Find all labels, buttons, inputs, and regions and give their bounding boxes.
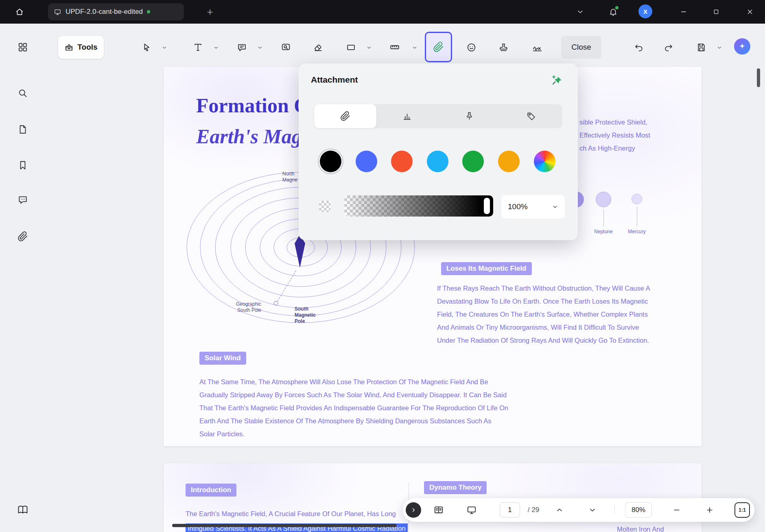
opacity-slider[interactable] — [344, 195, 493, 217]
sidebar-attachments-button[interactable] — [13, 227, 33, 246]
color-swatch-custom-rainbow[interactable] — [534, 151, 555, 172]
save-button[interactable] — [692, 38, 710, 57]
zoom-in-button[interactable] — [700, 498, 719, 522]
sidebar-apps-button[interactable] — [13, 37, 33, 57]
sidebar-pages-button[interactable] — [13, 120, 33, 139]
close-tools-button[interactable]: Close — [561, 36, 601, 59]
doc-title-line1: Formation O — [196, 94, 310, 117]
redo-button[interactable] — [659, 38, 678, 57]
select-tool-button[interactable] — [137, 38, 156, 57]
page-number-input[interactable] — [500, 502, 520, 518]
opacity-select[interactable]: 100% — [501, 195, 565, 219]
save-options-chevron[interactable] — [717, 45, 722, 50]
chevron-down-icon — [552, 204, 558, 210]
heading-badge-dynamo-theory: Dynamo Theory — [424, 481, 487, 494]
previous-page-button[interactable] — [550, 498, 569, 522]
horizontal-scrollbar[interactable] — [172, 524, 397, 527]
tab-attachment-pin[interactable] — [438, 104, 501, 128]
label-geographic-south-pole: Geographic South Pole — [221, 301, 261, 313]
text-tool-chevron[interactable] — [213, 45, 219, 50]
heading-badge-introduction: Introduction — [186, 484, 236, 497]
sidebar-comments-button[interactable] — [13, 190, 33, 210]
paragraph-loses-field: If These Rays Reach The Earth Without Ob… — [437, 282, 659, 347]
new-tab-button[interactable]: + — [201, 4, 219, 20]
presentation-mode-button[interactable] — [462, 498, 481, 522]
monitor-icon — [54, 8, 61, 16]
actual-size-label: 1:1 — [739, 507, 746, 513]
color-swatch-yellow[interactable] — [498, 151, 520, 172]
attachment-type-tabs — [314, 104, 562, 128]
tools-label: Tools — [77, 43, 97, 52]
sticker-tool-button[interactable] — [462, 38, 481, 57]
heading-badge-solar-wind: Solar Wind — [199, 352, 246, 365]
select-tool-chevron[interactable] — [162, 45, 167, 50]
collapse-toolbar-button[interactable] — [571, 4, 589, 20]
notification-dot — [615, 6, 619, 9]
heading-badge-loses-field: Loses Its Magnetic Field — [441, 262, 532, 275]
comment-tool-chevron[interactable] — [257, 45, 263, 50]
opacity-slider-handle[interactable] — [484, 198, 490, 214]
undo-button[interactable] — [629, 38, 648, 57]
doc-text-fragment: ch As High-Energy — [579, 144, 635, 152]
doc-text-fragment: Effectively Resists Most — [579, 131, 650, 139]
search-annotation-tool-button[interactable] — [276, 38, 295, 57]
home-button[interactable] — [11, 4, 28, 20]
planet-stem — [637, 207, 637, 226]
text-tool-button[interactable] — [188, 38, 207, 57]
next-page-button[interactable] — [583, 498, 602, 522]
paragraph-introduction: The Earth's Magnetic Field, A Crucial Fe… — [186, 507, 413, 520]
comment-tool-button[interactable] — [232, 38, 251, 57]
planet-mercury — [632, 194, 642, 204]
sidebar-reader-mode-button[interactable] — [13, 500, 33, 519]
measure-tool-button[interactable] — [385, 38, 404, 57]
zoom-level[interactable]: 80% — [625, 502, 652, 518]
zoom-value: 80% — [632, 506, 645, 514]
tab-attachment-file[interactable] — [314, 104, 376, 128]
tab-attachment-chart[interactable] — [376, 104, 439, 128]
tab-title: UPDF-2.0-cant-be-edited — [66, 8, 143, 16]
color-swatch-cyan[interactable] — [427, 151, 448, 172]
zoom-out-button[interactable] — [667, 498, 686, 522]
signature-tool-button[interactable] — [528, 38, 546, 57]
doc-text-fragment: sible Protective Shield, — [579, 118, 647, 126]
tools-button[interactable]: Tools — [58, 35, 104, 59]
color-swatch-red[interactable] — [391, 151, 413, 172]
color-swatch-blue[interactable] — [356, 151, 377, 172]
attachment-panel: Attachment 100% — [299, 63, 578, 240]
color-swatch-black[interactable] — [320, 151, 341, 172]
stamp-tool-button[interactable] — [494, 38, 513, 57]
sidebar-search-button[interactable] — [13, 83, 33, 103]
shape-tool-button[interactable] — [341, 38, 360, 57]
unsaved-dot — [147, 10, 150, 13]
notifications-button[interactable] — [604, 4, 622, 20]
add-attachment-icon[interactable] — [550, 74, 564, 88]
page-layout-button[interactable] — [429, 498, 448, 522]
eraser-tool-button[interactable] — [308, 38, 327, 57]
planet-label-neptune: Neptune — [587, 229, 620, 234]
opacity-value: 100% — [508, 202, 528, 211]
color-swatch-green[interactable] — [462, 151, 484, 172]
actual-size-button[interactable]: 1:1 — [734, 502, 750, 518]
tab-attachment-tag[interactable] — [501, 104, 563, 128]
label-south-magnetic-pole: South Magnetic Pole — [295, 306, 316, 324]
transparency-chip[interactable] — [319, 201, 330, 212]
attachment-tool-button-selected[interactable] — [425, 32, 452, 62]
avatar-letter: X — [643, 8, 647, 15]
expand-nav-button[interactable] — [406, 502, 421, 518]
document-tab[interactable]: UPDF-2.0-cant-be-edited — [48, 3, 184, 20]
doc-title-line2: Earth's Mag — [196, 125, 302, 148]
minimize-button[interactable] — [675, 4, 693, 20]
shape-tool-chevron[interactable] — [366, 45, 372, 50]
page-navigation-bar: / 29 80% 1:1 — [403, 498, 754, 522]
planet-neptune — [596, 192, 611, 207]
page-total-label: / 29 — [523, 498, 544, 522]
nav-divider — [614, 506, 615, 514]
maximize-button[interactable] — [707, 4, 725, 20]
sidebar-bookmarks-button[interactable] — [13, 155, 33, 175]
close-window-button[interactable] — [741, 4, 759, 20]
vertical-scrollbar[interactable] — [757, 68, 760, 87]
paragraph-solar-wind: At The Same Time, The Atmosphere Will Al… — [199, 375, 509, 440]
account-avatar[interactable]: X — [638, 4, 652, 18]
measure-tool-chevron[interactable] — [412, 45, 417, 50]
ai-assistant-button[interactable] — [734, 38, 750, 55]
